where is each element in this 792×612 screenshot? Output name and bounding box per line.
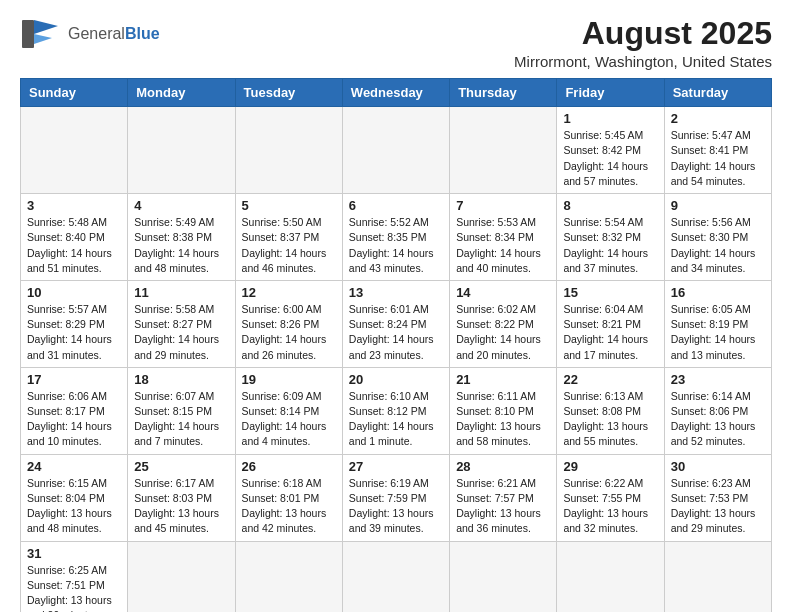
day-info: Sunrise: 6:09 AMSunset: 8:14 PMDaylight:… (242, 389, 336, 450)
logo-icon (20, 16, 64, 52)
calendar-week-row: 31Sunrise: 6:25 AMSunset: 7:51 PMDayligh… (21, 541, 772, 612)
calendar-cell: 17Sunrise: 6:06 AMSunset: 8:17 PMDayligh… (21, 367, 128, 454)
day-info: Sunrise: 6:17 AMSunset: 8:03 PMDaylight:… (134, 476, 228, 537)
day-number: 1 (563, 111, 657, 126)
day-info: Sunrise: 6:14 AMSunset: 8:06 PMDaylight:… (671, 389, 765, 450)
day-number: 13 (349, 285, 443, 300)
day-info: Sunrise: 5:50 AMSunset: 8:37 PMDaylight:… (242, 215, 336, 276)
day-info: Sunrise: 5:48 AMSunset: 8:40 PMDaylight:… (27, 215, 121, 276)
day-number: 9 (671, 198, 765, 213)
day-number: 5 (242, 198, 336, 213)
calendar-subtitle: Mirrormont, Washington, United States (514, 53, 772, 70)
day-number: 18 (134, 372, 228, 387)
calendar-cell: 15Sunrise: 6:04 AMSunset: 8:21 PMDayligh… (557, 280, 664, 367)
calendar-cell: 7Sunrise: 5:53 AMSunset: 8:34 PMDaylight… (450, 194, 557, 281)
calendar-cell: 13Sunrise: 6:01 AMSunset: 8:24 PMDayligh… (342, 280, 449, 367)
calendar-cell: 23Sunrise: 6:14 AMSunset: 8:06 PMDayligh… (664, 367, 771, 454)
day-number: 14 (456, 285, 550, 300)
day-number: 26 (242, 459, 336, 474)
day-number: 22 (563, 372, 657, 387)
weekday-header-saturday: Saturday (664, 79, 771, 107)
day-info: Sunrise: 5:45 AMSunset: 8:42 PMDaylight:… (563, 128, 657, 189)
day-number: 8 (563, 198, 657, 213)
calendar-cell: 18Sunrise: 6:07 AMSunset: 8:15 PMDayligh… (128, 367, 235, 454)
day-info: Sunrise: 6:10 AMSunset: 8:12 PMDaylight:… (349, 389, 443, 450)
logo: GeneralBlue (20, 16, 160, 52)
day-info: Sunrise: 6:23 AMSunset: 7:53 PMDaylight:… (671, 476, 765, 537)
calendar-week-row: 1Sunrise: 5:45 AMSunset: 8:42 PMDaylight… (21, 107, 772, 194)
day-info: Sunrise: 6:11 AMSunset: 8:10 PMDaylight:… (456, 389, 550, 450)
day-info: Sunrise: 6:04 AMSunset: 8:21 PMDaylight:… (563, 302, 657, 363)
title-block: August 2025 Mirrormont, Washington, Unit… (514, 16, 772, 70)
calendar-cell: 28Sunrise: 6:21 AMSunset: 7:57 PMDayligh… (450, 454, 557, 541)
calendar-cell (235, 107, 342, 194)
calendar-page: GeneralBlue August 2025 Mirrormont, Wash… (0, 0, 792, 612)
calendar-cell (450, 541, 557, 612)
day-info: Sunrise: 6:25 AMSunset: 7:51 PMDaylight:… (27, 563, 121, 612)
calendar-cell: 30Sunrise: 6:23 AMSunset: 7:53 PMDayligh… (664, 454, 771, 541)
logo-text: GeneralBlue (68, 24, 160, 43)
svg-rect-0 (22, 20, 34, 48)
weekday-header-wednesday: Wednesday (342, 79, 449, 107)
calendar-week-row: 17Sunrise: 6:06 AMSunset: 8:17 PMDayligh… (21, 367, 772, 454)
day-number: 20 (349, 372, 443, 387)
day-number: 31 (27, 546, 121, 561)
day-info: Sunrise: 5:52 AMSunset: 8:35 PMDaylight:… (349, 215, 443, 276)
day-info: Sunrise: 5:53 AMSunset: 8:34 PMDaylight:… (456, 215, 550, 276)
calendar-cell: 12Sunrise: 6:00 AMSunset: 8:26 PMDayligh… (235, 280, 342, 367)
day-info: Sunrise: 6:05 AMSunset: 8:19 PMDaylight:… (671, 302, 765, 363)
day-number: 30 (671, 459, 765, 474)
calendar-cell (21, 107, 128, 194)
calendar-cell (128, 107, 235, 194)
calendar-cell: 11Sunrise: 5:58 AMSunset: 8:27 PMDayligh… (128, 280, 235, 367)
weekday-header-row: SundayMondayTuesdayWednesdayThursdayFrid… (21, 79, 772, 107)
svg-marker-2 (34, 34, 52, 44)
day-number: 25 (134, 459, 228, 474)
day-info: Sunrise: 6:22 AMSunset: 7:55 PMDaylight:… (563, 476, 657, 537)
calendar-cell (664, 541, 771, 612)
calendar-cell: 3Sunrise: 5:48 AMSunset: 8:40 PMDaylight… (21, 194, 128, 281)
calendar-cell: 5Sunrise: 5:50 AMSunset: 8:37 PMDaylight… (235, 194, 342, 281)
calendar-cell (557, 541, 664, 612)
day-info: Sunrise: 5:58 AMSunset: 8:27 PMDaylight:… (134, 302, 228, 363)
weekday-header-thursday: Thursday (450, 79, 557, 107)
day-number: 29 (563, 459, 657, 474)
weekday-header-sunday: Sunday (21, 79, 128, 107)
page-header: GeneralBlue August 2025 Mirrormont, Wash… (20, 16, 772, 70)
calendar-cell: 24Sunrise: 6:15 AMSunset: 8:04 PMDayligh… (21, 454, 128, 541)
calendar-cell: 31Sunrise: 6:25 AMSunset: 7:51 PMDayligh… (21, 541, 128, 612)
day-number: 16 (671, 285, 765, 300)
day-info: Sunrise: 6:19 AMSunset: 7:59 PMDaylight:… (349, 476, 443, 537)
day-number: 6 (349, 198, 443, 213)
day-number: 11 (134, 285, 228, 300)
day-info: Sunrise: 6:00 AMSunset: 8:26 PMDaylight:… (242, 302, 336, 363)
day-info: Sunrise: 6:07 AMSunset: 8:15 PMDaylight:… (134, 389, 228, 450)
day-number: 12 (242, 285, 336, 300)
calendar-cell: 2Sunrise: 5:47 AMSunset: 8:41 PMDaylight… (664, 107, 771, 194)
day-number: 3 (27, 198, 121, 213)
svg-marker-1 (34, 20, 58, 34)
day-info: Sunrise: 6:21 AMSunset: 7:57 PMDaylight:… (456, 476, 550, 537)
day-number: 7 (456, 198, 550, 213)
day-info: Sunrise: 5:49 AMSunset: 8:38 PMDaylight:… (134, 215, 228, 276)
day-number: 15 (563, 285, 657, 300)
day-info: Sunrise: 6:15 AMSunset: 8:04 PMDaylight:… (27, 476, 121, 537)
calendar-cell (342, 107, 449, 194)
calendar-cell: 25Sunrise: 6:17 AMSunset: 8:03 PMDayligh… (128, 454, 235, 541)
day-number: 10 (27, 285, 121, 300)
calendar-title: August 2025 (514, 16, 772, 51)
day-info: Sunrise: 6:18 AMSunset: 8:01 PMDaylight:… (242, 476, 336, 537)
calendar-table: SundayMondayTuesdayWednesdayThursdayFrid… (20, 78, 772, 612)
day-info: Sunrise: 6:06 AMSunset: 8:17 PMDaylight:… (27, 389, 121, 450)
day-number: 27 (349, 459, 443, 474)
day-info: Sunrise: 5:57 AMSunset: 8:29 PMDaylight:… (27, 302, 121, 363)
day-info: Sunrise: 6:02 AMSunset: 8:22 PMDaylight:… (456, 302, 550, 363)
day-number: 23 (671, 372, 765, 387)
calendar-cell: 29Sunrise: 6:22 AMSunset: 7:55 PMDayligh… (557, 454, 664, 541)
calendar-cell: 19Sunrise: 6:09 AMSunset: 8:14 PMDayligh… (235, 367, 342, 454)
day-info: Sunrise: 5:54 AMSunset: 8:32 PMDaylight:… (563, 215, 657, 276)
calendar-cell: 10Sunrise: 5:57 AMSunset: 8:29 PMDayligh… (21, 280, 128, 367)
calendar-cell: 21Sunrise: 6:11 AMSunset: 8:10 PMDayligh… (450, 367, 557, 454)
calendar-week-row: 3Sunrise: 5:48 AMSunset: 8:40 PMDaylight… (21, 194, 772, 281)
calendar-cell (450, 107, 557, 194)
